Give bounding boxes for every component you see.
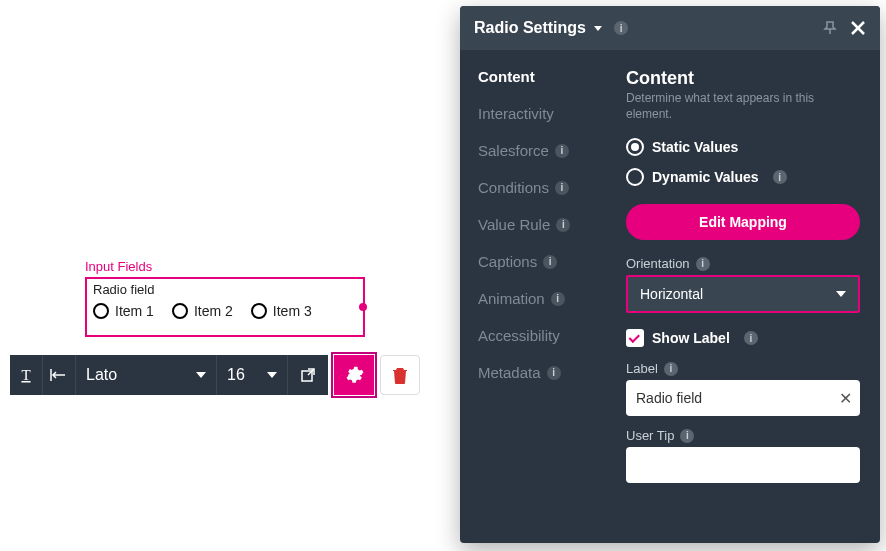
checkbox-checked-icon bbox=[626, 329, 644, 347]
nav-content[interactable]: Content bbox=[478, 68, 620, 85]
chevron-down-icon bbox=[267, 372, 277, 378]
nav-label: Animation bbox=[478, 290, 545, 307]
radio-item[interactable]: Item 2 bbox=[172, 303, 233, 319]
delete-button[interactable] bbox=[380, 355, 420, 395]
nav-label: Accessibility bbox=[478, 327, 560, 344]
label-input[interactable] bbox=[626, 380, 860, 416]
radio-item-label: Item 3 bbox=[273, 303, 312, 319]
settings-button[interactable] bbox=[334, 355, 374, 395]
info-icon[interactable]: i bbox=[551, 292, 565, 306]
radio-item-label: Item 1 bbox=[115, 303, 154, 319]
nav-value-rule[interactable]: Value Rulei bbox=[478, 216, 620, 233]
radio-item[interactable]: Item 1 bbox=[93, 303, 154, 319]
text-tool-button[interactable]: T bbox=[10, 355, 42, 395]
nav-label: Interactivity bbox=[478, 105, 554, 122]
nav-interactivity[interactable]: Interactivity bbox=[478, 105, 620, 122]
radio-circle-icon bbox=[251, 303, 267, 319]
radio-item[interactable]: Item 3 bbox=[251, 303, 312, 319]
nav-label: Salesforce bbox=[478, 142, 549, 159]
info-icon[interactable]: i bbox=[744, 331, 758, 345]
orientation-label: Orientationi bbox=[626, 256, 860, 271]
nav-accessibility[interactable]: Accessibility bbox=[478, 327, 620, 344]
info-icon[interactable]: i bbox=[547, 366, 561, 380]
info-icon[interactable]: i bbox=[555, 144, 569, 158]
info-icon[interactable]: i bbox=[614, 21, 628, 35]
external-link-icon bbox=[300, 367, 316, 383]
align-left-icon bbox=[50, 368, 68, 382]
panel-content: Content Determine what text appears in t… bbox=[620, 50, 880, 543]
info-icon[interactable]: i bbox=[543, 255, 557, 269]
font-value: Lato bbox=[86, 366, 117, 384]
option-label: Dynamic Values bbox=[652, 169, 759, 185]
info-icon[interactable]: i bbox=[696, 257, 710, 271]
font-size-select[interactable]: 16 bbox=[217, 355, 287, 395]
checkbox-label: Show Label bbox=[652, 330, 730, 346]
nav-label: Value Rule bbox=[478, 216, 550, 233]
label-field-label: Labeli bbox=[626, 361, 860, 376]
panel-nav: Content Interactivity Salesforcei Condit… bbox=[460, 50, 620, 543]
format-toolbar: T Lato 16 bbox=[10, 355, 420, 395]
nav-salesforce[interactable]: Salesforcei bbox=[478, 142, 620, 159]
align-left-button[interactable] bbox=[43, 355, 75, 395]
resize-handle[interactable] bbox=[359, 303, 367, 311]
clear-input-button[interactable]: ✕ bbox=[839, 389, 852, 408]
nav-conditions[interactable]: Conditionsi bbox=[478, 179, 620, 196]
info-icon[interactable]: i bbox=[680, 429, 694, 443]
radio-circle-icon bbox=[93, 303, 109, 319]
field-title: Radio field bbox=[87, 279, 363, 297]
nav-label: Conditions bbox=[478, 179, 549, 196]
radio-circle-icon bbox=[172, 303, 188, 319]
nav-label: Metadata bbox=[478, 364, 541, 381]
info-icon[interactable]: i bbox=[664, 362, 678, 376]
info-icon[interactable]: i bbox=[555, 181, 569, 195]
radio-item-label: Item 2 bbox=[194, 303, 233, 319]
radio-field-element[interactable]: Radio field Item 1 Item 2 Item 3 bbox=[85, 277, 365, 337]
panel-title-text: Radio Settings bbox=[474, 19, 586, 37]
font-select[interactable]: Lato bbox=[76, 355, 216, 395]
static-values-option[interactable]: Static Values bbox=[626, 138, 860, 156]
size-value: 16 bbox=[227, 366, 245, 384]
info-icon[interactable]: i bbox=[556, 218, 570, 232]
user-tip-input[interactable] bbox=[626, 447, 860, 483]
content-heading: Content bbox=[626, 68, 860, 89]
close-button[interactable] bbox=[850, 20, 866, 36]
settings-panel: Radio Settings i Content Interactivity S… bbox=[460, 6, 880, 543]
edit-mapping-button[interactable]: Edit Mapping bbox=[626, 204, 860, 240]
radio-selected-icon bbox=[626, 138, 644, 156]
show-label-checkbox[interactable]: Show Label i bbox=[626, 329, 860, 347]
orientation-value: Horizontal bbox=[640, 286, 703, 302]
radio-unselected-icon bbox=[626, 168, 644, 186]
dynamic-values-option[interactable]: Dynamic Values i bbox=[626, 168, 860, 186]
svg-text:T: T bbox=[21, 367, 30, 383]
nav-captions[interactable]: Captionsi bbox=[478, 253, 620, 270]
chevron-down-icon bbox=[836, 291, 846, 297]
gear-icon bbox=[344, 365, 364, 385]
content-subtitle: Determine what text appears in this elem… bbox=[626, 91, 860, 122]
chevron-down-icon bbox=[196, 372, 206, 378]
group-label: Input Fields bbox=[85, 259, 152, 274]
pin-icon[interactable] bbox=[822, 20, 838, 36]
user-tip-label: User Tipi bbox=[626, 428, 860, 443]
open-external-button[interactable] bbox=[288, 355, 328, 395]
nav-metadata[interactable]: Metadatai bbox=[478, 364, 620, 381]
nav-label: Captions bbox=[478, 253, 537, 270]
panel-header: Radio Settings i bbox=[460, 6, 880, 50]
option-label: Static Values bbox=[652, 139, 738, 155]
svg-line-4 bbox=[308, 369, 314, 375]
radio-items-row: Item 1 Item 2 Item 3 bbox=[87, 297, 363, 325]
trash-icon bbox=[392, 366, 408, 384]
text-icon: T bbox=[18, 367, 34, 383]
info-icon[interactable]: i bbox=[773, 170, 787, 184]
nav-animation[interactable]: Animationi bbox=[478, 290, 620, 307]
panel-title-dropdown[interactable]: Radio Settings i bbox=[474, 19, 628, 37]
nav-label: Content bbox=[478, 68, 535, 85]
chevron-down-icon bbox=[594, 26, 602, 31]
orientation-select[interactable]: Horizontal bbox=[626, 275, 860, 313]
